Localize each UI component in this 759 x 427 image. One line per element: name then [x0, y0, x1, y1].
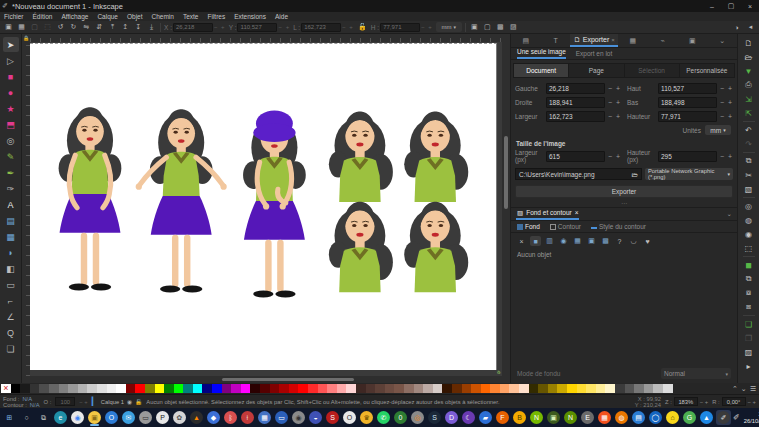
save-document-icon[interactable]: ▼ — [741, 64, 757, 78]
palette-swatch[interactable] — [68, 384, 78, 393]
palette-swatch[interactable] — [490, 384, 500, 393]
selection-frame-icon[interactable]: ⬚ — [741, 241, 757, 255]
palette-swatch[interactable] — [39, 384, 49, 393]
palette-swatch[interactable] — [346, 384, 356, 393]
menu-objet[interactable]: Objet — [127, 13, 143, 20]
docs-icon[interactable]: ▤ — [631, 410, 646, 425]
box3d-tool[interactable]: ⬒ — [3, 117, 19, 132]
zoom-page-icon[interactable]: ◍ — [741, 213, 757, 227]
current-layer-label[interactable]: Calque 1 — [101, 399, 124, 405]
palette-swatch[interactable] — [183, 384, 193, 393]
dialog-list-chevron-icon[interactable]: ⌄ — [707, 34, 737, 47]
height-field[interactable]: H : 77,971 − + — [371, 23, 433, 32]
nvidia-icon[interactable]: N — [529, 410, 544, 425]
print-icon[interactable]: ⎙ — [741, 78, 757, 92]
camera-icon[interactable]: ◉ — [291, 410, 306, 425]
palette-swatch[interactable] — [231, 384, 241, 393]
palette-swatch[interactable] — [270, 384, 280, 393]
palette-swatch[interactable] — [145, 384, 155, 393]
x-field[interactable]: X : 26,218 − + — [164, 23, 226, 32]
palette-swatch[interactable] — [625, 384, 635, 393]
palette-swatch[interactable] — [193, 384, 203, 393]
scale-stroke-toggle-icon[interactable]: ▣ — [469, 22, 480, 32]
palette-swatch[interactable] — [529, 384, 539, 393]
menu-fichier[interactable]: Fichier — [4, 13, 24, 20]
capture-icon[interactable]: ▣ — [546, 410, 561, 425]
redo-icon[interactable]: ↷ — [741, 137, 757, 151]
palette-swatch[interactable] — [481, 384, 491, 393]
lock-ratio-icon[interactable]: 🔓 — [357, 22, 368, 32]
blend-mode-dropdown[interactable]: Normal▾ — [661, 368, 731, 379]
clone-icon[interactable]: ⧇ — [741, 286, 757, 300]
export-format-dropdown[interactable]: Portable Network Graphic (*.png)▾ — [645, 168, 733, 180]
palette-swatch[interactable] — [308, 384, 318, 393]
edge-icon[interactable]: e — [53, 410, 68, 425]
move-patterns-toggle-icon[interactable]: ▨ — [508, 22, 519, 32]
vertical-scrollbar-thumb[interactable] — [504, 136, 508, 209]
amber-icon[interactable]: ◎ — [410, 410, 425, 425]
eraser-tool[interactable]: ▭ — [3, 277, 19, 292]
unknown-paint-icon[interactable]: ? — [614, 236, 625, 246]
file-explorer-icon[interactable]: ▣ — [87, 410, 102, 425]
palette-swatch[interactable] — [442, 384, 452, 393]
palette-swatch[interactable] — [500, 384, 510, 393]
palette-swatch[interactable] — [548, 384, 558, 393]
geforce-icon[interactable]: N — [563, 410, 578, 425]
palette-swatch[interactable] — [538, 384, 548, 393]
palette-swatch[interactable] — [11, 384, 21, 393]
palette-swatch[interactable] — [337, 384, 347, 393]
export-mode-une-seule-image[interactable]: Une seule image — [517, 48, 566, 59]
shield-icon[interactable]: 0 — [393, 410, 408, 425]
ring-icon[interactable]: ◯ — [648, 410, 663, 425]
canvas[interactable]: ♽ — [30, 42, 502, 376]
palette-swatch[interactable] — [260, 384, 270, 393]
zoom-control[interactable]: Z : 183% − + — [665, 397, 708, 406]
export-field-haut[interactable]: Haut110,527− + — [627, 83, 733, 94]
fs-tab-style-du-contour[interactable]: Style du contour — [591, 223, 646, 230]
horizontal-scrollbar[interactable] — [22, 376, 510, 383]
palette-swatch[interactable] — [615, 384, 625, 393]
export-button[interactable]: Exporter — [515, 185, 733, 198]
mail-icon[interactable]: ✉ — [121, 410, 136, 425]
fill-stroke-dialog-icon[interactable]: ◼ — [741, 258, 757, 272]
panel-chevron-icon[interactable]: ⌄ — [727, 210, 732, 218]
fill-stroke-close-icon[interactable]: × — [575, 209, 579, 216]
units-dropdown[interactable]: mm▾ — [436, 22, 462, 32]
size-field-hauteurpx[interactable]: Hauteur (px)295− + — [627, 149, 733, 163]
taskbar-clock[interactable]: 10:26 26/10/2023 — [744, 411, 759, 425]
palette-swatch[interactable] — [586, 384, 596, 393]
maximize-button[interactable]: ▢ — [722, 0, 740, 12]
connector-tool[interactable]: ⌐ — [3, 293, 19, 308]
import-icon[interactable]: ⇲ — [741, 92, 757, 106]
palette-swatch[interactable] — [567, 384, 577, 393]
no-paint-icon[interactable]: × — [516, 236, 527, 246]
export-field-hauteur[interactable]: Hauteur77,971− + — [627, 111, 733, 122]
marker-end-icon[interactable]: ♥ — [642, 236, 653, 246]
palette-swatch[interactable] — [155, 384, 165, 393]
rotate-ccw-icon[interactable]: ↺ — [55, 22, 66, 32]
cut-icon[interactable]: ✂ — [741, 168, 757, 182]
palette-swatch[interactable] — [385, 384, 395, 393]
palette-swatch[interactable] — [97, 384, 107, 393]
palette-swatch[interactable] — [509, 384, 519, 393]
export-field-gauche[interactable]: Gauche26,218− + — [515, 83, 621, 94]
palette-swatch[interactable] — [212, 384, 222, 393]
palette-swatch[interactable] — [279, 384, 289, 393]
media-icon[interactable]: ◆ — [206, 410, 221, 425]
palette-swatch[interactable] — [202, 384, 212, 393]
bust-talking[interactable] — [329, 112, 393, 202]
browse-folder-icon[interactable]: 🗁 — [632, 171, 639, 178]
layer-visibility-icon[interactable]: ◉ — [127, 399, 132, 405]
outlook-icon[interactable]: O — [104, 410, 119, 425]
measure-tool[interactable]: ∠ — [3, 309, 19, 324]
export-path-input[interactable]: C:\Users\Kevin\image.png 🗁 — [515, 168, 642, 180]
minimize-button[interactable]: – — [703, 0, 721, 12]
calligraphy-tool[interactable]: ✑ — [3, 181, 19, 196]
palette-swatch[interactable] — [78, 384, 88, 393]
snap-toggle-icon[interactable]: ◑ — [731, 22, 742, 32]
menu-extensions[interactable]: Extensions — [234, 13, 266, 20]
layer-lock-icon[interactable]: 🔓 — [135, 399, 142, 405]
zoom-tool[interactable]: Q — [3, 325, 19, 340]
star-tool[interactable]: ★ — [3, 101, 19, 116]
objects-dialog-tab[interactable]: ▤ — [511, 34, 541, 47]
